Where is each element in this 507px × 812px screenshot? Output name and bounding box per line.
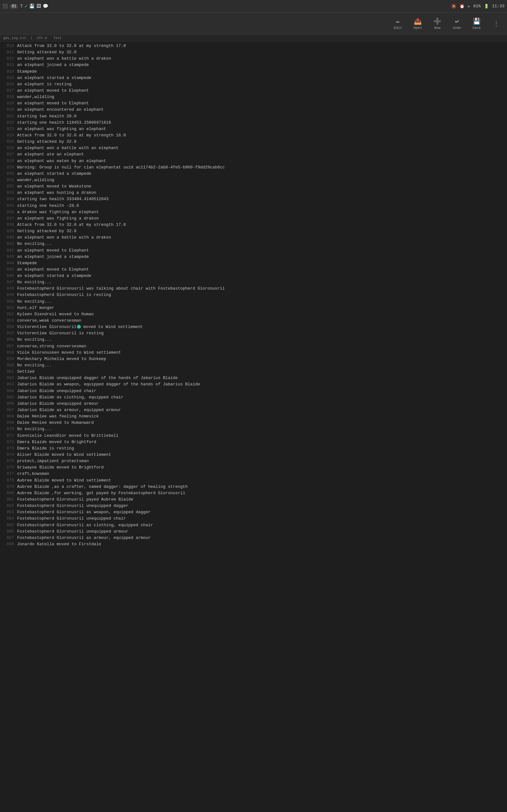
log-line: 969Dalee Henlee moved to Humanward: [0, 420, 507, 426]
line-text: Fostebastopherd Gloronusril unequipped a…: [17, 528, 128, 535]
line-text: Griwayne Blaide moved to Brightford: [17, 464, 104, 471]
line-number: 938: [2, 222, 14, 228]
log-line: 922starting one health 118453.2500697161…: [0, 119, 507, 126]
new-icon: ➕: [434, 17, 441, 26]
line-number: 921: [2, 113, 14, 119]
line-number: 941: [2, 241, 14, 247]
file-encoding: UTF-8: [37, 36, 47, 40]
notification-badge: 81: [10, 4, 18, 9]
log-line: 971Siennielle LeanoDior moved to Brittle…: [0, 433, 507, 439]
log-line: 972Emera Blaide moved to Brightford: [0, 439, 507, 445]
log-line: 947No exciting...: [0, 279, 507, 286]
line-text: an elephant joined a stampede: [17, 254, 89, 260]
line-number: 985: [2, 522, 14, 528]
line-number: 964: [2, 388, 14, 394]
line-number: 923: [2, 126, 14, 132]
line-number: 922: [2, 119, 14, 126]
log-line: 925Getting attacked by 32.0: [0, 139, 507, 145]
line-number: 935: [2, 203, 14, 209]
log-line: 980Aubree Blaide ,for working, got payed…: [0, 490, 507, 496]
line-number: 940: [2, 235, 14, 241]
log-line: 951hunt,elf monger: [0, 305, 507, 311]
log-line: 955Victorentlee Gloronusril is resting: [0, 330, 507, 337]
line-text: an elephant started a stampede: [17, 273, 91, 279]
line-text: Fostebastopherd Gloronusril unequipped c…: [17, 515, 126, 522]
log-line: 956No exciting...: [0, 337, 507, 343]
log-line: 967Jabarius Blaide as armour, equipped a…: [0, 407, 507, 413]
line-text: wander,wildling: [17, 177, 54, 183]
log-line: 934starting two health 333404.4140512843: [0, 196, 507, 202]
log-line: 946an elephant started a stampede: [0, 273, 507, 279]
log-line: 944Stampede: [0, 260, 507, 266]
line-number: 914: [2, 68, 14, 75]
line-text: Mordechary Michelia moved to Sunkeep: [17, 356, 106, 362]
line-number: 980: [2, 490, 14, 496]
log-content[interactable]: 910Attack from 32.0 to 32.0 at my streng…: [0, 42, 507, 812]
line-number: 927: [2, 151, 14, 158]
line-text: an elephant moved to Weakstone: [17, 183, 91, 190]
layers-icon: ⬛: [3, 3, 8, 9]
line-number: 963: [2, 381, 14, 388]
line-number: 967: [2, 407, 14, 413]
line-number: 913: [2, 62, 14, 68]
more-button[interactable]: ⋮: [489, 20, 503, 28]
line-text: starting one health -28.0: [17, 203, 79, 209]
log-line: 948Fostebastopherd Gloronusril was talki…: [0, 286, 507, 292]
file-info-bar: gdx_log.txt | UTF-8 Text: [0, 35, 507, 42]
undo-button[interactable]: ↩ Undo: [450, 17, 464, 30]
log-line: 953converse,weak conversesman: [0, 317, 507, 324]
filename: gdx_log.txt: [3, 36, 26, 40]
line-number: 948: [2, 286, 14, 292]
line-text: an elephant moved to Elephant: [17, 266, 89, 273]
line-text: an elephant ate an elephant: [17, 151, 84, 158]
open-button[interactable]: 📤 Open: [411, 17, 425, 30]
battery-percent: 81%: [473, 4, 481, 9]
line-text: an elephant won a battle with an elephan…: [17, 145, 118, 151]
edit-button[interactable]: ✏️ Edit: [391, 17, 405, 30]
toolbar: ✏️ Edit 📤 Open ➕ New ↩ Undo 💾 Save ⋮: [0, 13, 507, 35]
line-number: 951: [2, 305, 14, 311]
line-number: 910: [2, 43, 14, 49]
line-text: Fostebastopherd Gloronusril payed Aubree…: [17, 496, 133, 503]
line-text: an elephant started a stampede: [17, 75, 91, 81]
line-text: starting two health 333404.4140512843: [17, 196, 109, 202]
line-number: 930: [2, 171, 14, 177]
line-text: a drakon was fighting an elephant: [17, 209, 99, 215]
line-text: Fostebastopherd Gloronusril unequipped d…: [17, 503, 128, 509]
line-number: 987: [2, 535, 14, 541]
line-text: Fostebastopherd Gloronusril as weapon, e…: [17, 509, 151, 515]
check-icon: ✓: [25, 3, 27, 9]
line-text: Fostebastopherd Gloronusril as clothing,…: [17, 522, 153, 528]
log-line: 943an elephant joined a stampede: [0, 254, 507, 260]
log-line: 979Aubree Blaide ,as a crafter, named da…: [0, 484, 507, 490]
log-line: 968Dalee Henlee was feeling homesick: [0, 413, 507, 420]
line-text: Kyleen Diendreil moved to Human: [17, 311, 94, 317]
save-button[interactable]: 💾 Save: [469, 17, 484, 30]
line-number: 979: [2, 484, 14, 490]
line-number: 933: [2, 190, 14, 196]
line-number: 918: [2, 94, 14, 100]
line-number: 943: [2, 254, 14, 260]
log-line: 924Attack from 32.0 to 32.0 at my streng…: [0, 132, 507, 139]
log-line: 970No exciting...: [0, 426, 507, 432]
new-button[interactable]: ➕ New: [430, 17, 444, 30]
log-line: 918wander,wildling: [0, 94, 507, 100]
line-text: Jabarius Blaide unequipped dagger of the…: [17, 375, 178, 381]
log-line: 976Griwayne Blaide moved to Brightford: [0, 464, 507, 471]
log-line: 932an elephant moved to Weakstone: [0, 183, 507, 190]
log-line: 929Warning: Group is null for clan eleph…: [0, 164, 507, 171]
line-text: an elephant was fighting an elephant: [17, 126, 106, 132]
line-number: 973: [2, 445, 14, 452]
line-text: Jabarius Blaide unequipped chair: [17, 388, 96, 394]
line-number: 929: [2, 164, 14, 171]
clock: 11:33: [492, 4, 504, 9]
line-number: 952: [2, 311, 14, 317]
log-line: 961Settled: [0, 368, 507, 375]
log-line: 963Jabarius Blaide as weapon, equipped d…: [0, 381, 507, 388]
line-number: 928: [2, 158, 14, 164]
log-line: 911Getting attacked by 32.0: [0, 49, 507, 55]
line-text: No exciting...: [17, 279, 52, 286]
log-line: 978Aubree Blaide moved to Wind settlemen…: [0, 477, 507, 484]
log-line: 952Kyleen Diendreil moved to Human: [0, 311, 507, 317]
line-text: Aubree Blaide moved to Wind settlement: [17, 477, 111, 484]
